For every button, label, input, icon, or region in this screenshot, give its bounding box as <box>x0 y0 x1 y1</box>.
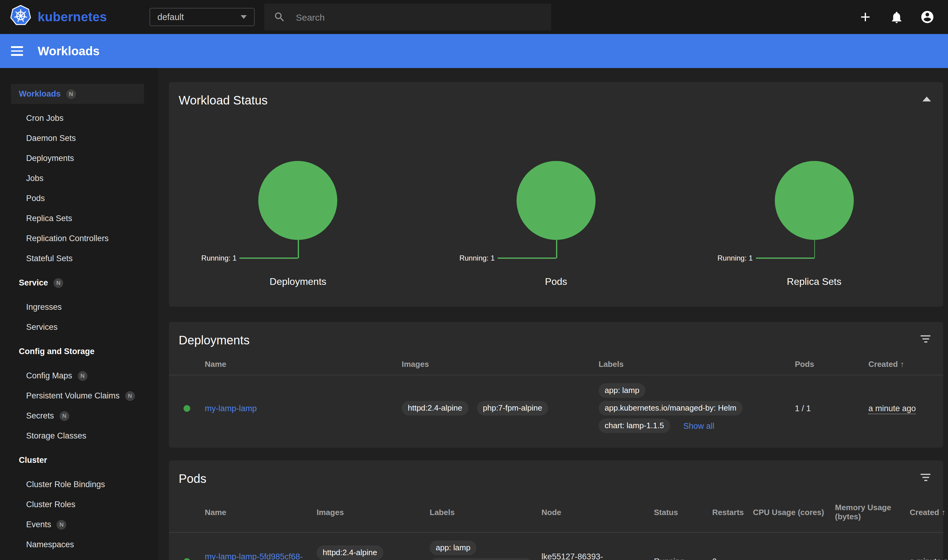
legend-line <box>240 257 298 258</box>
legend-label: Running: 1 <box>717 254 753 262</box>
search-bar[interactable] <box>264 4 551 30</box>
sidebar: Workloads N Cron Jobs Daemon Sets Deploy… <box>0 68 158 560</box>
filter-icon[interactable] <box>920 474 931 481</box>
sidebar-item-events[interactable]: Events N <box>0 514 158 534</box>
sidebar-item-cron-jobs[interactable]: Cron Jobs <box>0 108 158 128</box>
sidebar-item-service[interactable]: Service N <box>0 273 158 293</box>
column-header-labels: Labels <box>430 508 541 517</box>
sort-ascending-icon: ↑ <box>942 508 946 517</box>
pod-name-link[interactable]: my-lamp-lamp-5fd985cf68-jwvz4 <box>205 552 303 560</box>
sidebar-item-workloads[interactable]: Workloads N <box>11 84 144 104</box>
filter-icon[interactable] <box>920 335 931 343</box>
node-name: lke55127-86393-622f8d09399a <box>541 551 654 560</box>
new-badge: N <box>60 411 69 421</box>
chart-title: Pods <box>427 276 685 287</box>
deployment-name-link[interactable]: my-lamp-lamp <box>205 404 257 413</box>
deployments-table-header: Name Images Labels Pods Created↑ <box>169 360 943 375</box>
sidebar-item-jobs[interactable]: Jobs <box>0 168 158 188</box>
image-chip: httpd:2.4-alpine <box>317 545 383 560</box>
label-chip: app: lamp <box>598 383 645 398</box>
sidebar-item-persistent-volume-claims[interactable]: Persistent Volume Claims N <box>0 386 158 406</box>
memory-usage: - <box>835 557 910 560</box>
pie-chart <box>774 161 854 240</box>
column-header-created[interactable]: Created↑ <box>910 508 943 517</box>
image-chip: php:7-fpm-alpine <box>477 401 548 415</box>
topbar-actions <box>858 10 948 24</box>
search-input[interactable] <box>295 11 543 23</box>
legend-line <box>556 240 557 258</box>
sort-ascending-icon: ↑ <box>900 360 904 369</box>
workload-chart-replica-sets: Running: 1 Replica Sets <box>685 82 943 307</box>
pie-chart <box>516 161 595 240</box>
label-chip: pod-template-hash: 5fd985cf68 <box>430 558 533 560</box>
column-header-created[interactable]: Created↑ <box>868 360 943 369</box>
user-avatar[interactable] <box>920 10 935 24</box>
sidebar-item-stateful-sets[interactable]: Stateful Sets <box>0 248 158 268</box>
notifications-bell-icon[interactable] <box>889 10 903 24</box>
column-header-name: Name <box>205 360 402 369</box>
pods-count: 1 / 1 <box>795 404 868 413</box>
chart-title: Replica Sets <box>685 276 943 287</box>
legend-line <box>298 240 299 258</box>
main-content: Workload Status Running: 1 Deployments <box>158 68 948 560</box>
sidebar-item-pods[interactable]: Pods <box>0 188 158 208</box>
workload-chart-deployments: Running: 1 Deployments <box>169 82 427 307</box>
sidebar-item-network-policies[interactable]: Network Policies N <box>0 555 158 560</box>
new-badge: N <box>125 391 135 400</box>
sidebar-item-replica-sets[interactable]: Replica Sets <box>0 208 158 228</box>
workload-chart-pods: Running: 1 Pods <box>427 82 685 307</box>
sidebar-item-deployments[interactable]: Deployments <box>0 148 158 168</box>
sidebar-item-secrets[interactable]: Secrets N <box>0 406 158 426</box>
status-ok-icon <box>183 558 190 560</box>
legend-line <box>756 257 814 258</box>
new-badge: N <box>78 371 88 380</box>
sidebar-item-label: Workloads <box>19 89 61 98</box>
menu-icon[interactable] <box>11 46 23 55</box>
legend-label: Running: 1 <box>459 254 495 262</box>
sidebar-item-storage-classes[interactable]: Storage Classes <box>0 426 158 446</box>
chart-title: Deployments <box>169 276 427 287</box>
legend-line <box>498 257 556 258</box>
table-row[interactable]: my-lamp-lamp-5fd985cf68-jwvz4 httpd:2.4-… <box>169 533 943 560</box>
column-header-pods: Pods <box>795 360 868 369</box>
pod-status: Running <box>654 557 712 560</box>
column-header-name: Name <box>205 508 317 517</box>
table-row[interactable]: my-lamp-lamp httpd:2.4-alpine php:7-fpm-… <box>169 375 943 440</box>
sidebar-item-replication-controllers[interactable]: Replication Controllers <box>0 228 158 248</box>
sidebar-item-config-maps[interactable]: Config Maps N <box>0 366 158 386</box>
cpu-usage: - <box>753 557 835 560</box>
column-header-cpu: CPU Usage (cores) <box>753 508 835 517</box>
pie-chart <box>259 161 338 240</box>
show-all-link[interactable]: Show all <box>683 421 714 430</box>
label-chip: app.kubernetes.io/managed-by: Helm <box>598 401 743 415</box>
namespace-selector[interactable]: default <box>150 8 254 26</box>
legend-label: Running: 1 <box>202 254 237 262</box>
sidebar-item-cluster-roles[interactable]: Cluster Roles <box>0 494 158 514</box>
sidebar-item-cluster-role-bindings[interactable]: Cluster Role Bindings <box>0 474 158 494</box>
kubernetes-dashboard: kubernetes default Worklo <box>0 0 948 560</box>
app-bar: Workloads <box>0 34 948 68</box>
column-header-node: Node <box>541 508 654 517</box>
column-header-labels: Labels <box>598 360 795 369</box>
image-chip: httpd:2.4-alpine <box>402 401 468 415</box>
sidebar-item-ingresses[interactable]: Ingresses <box>0 297 158 317</box>
create-resource-button[interactable] <box>858 10 872 24</box>
restarts-count: 0 <box>712 557 753 560</box>
new-badge: N <box>54 278 63 288</box>
sidebar-item-services[interactable]: Services <box>0 317 158 337</box>
column-header-images: Images <box>402 360 598 369</box>
pods-card: Pods Name Images Labels Node Status Rest… <box>169 460 943 560</box>
logo-text: kubernetes <box>38 10 107 24</box>
label-chip: app: lamp <box>430 540 476 555</box>
sidebar-item-daemon-sets[interactable]: Daemon Sets <box>0 128 158 148</box>
label-chip: chart: lamp-1.1.5 <box>598 418 670 433</box>
page-title: Workloads <box>38 44 100 58</box>
new-badge: N <box>57 520 66 529</box>
top-bar: kubernetes default <box>0 0 948 34</box>
search-icon <box>273 10 286 24</box>
card-title: Deployments <box>179 332 250 349</box>
sidebar-item-namespaces[interactable]: Namespaces <box>0 534 158 555</box>
card-title: Pods <box>179 470 206 487</box>
kubernetes-logo[interactable]: kubernetes <box>0 5 150 29</box>
column-header-status: Status <box>654 508 712 517</box>
